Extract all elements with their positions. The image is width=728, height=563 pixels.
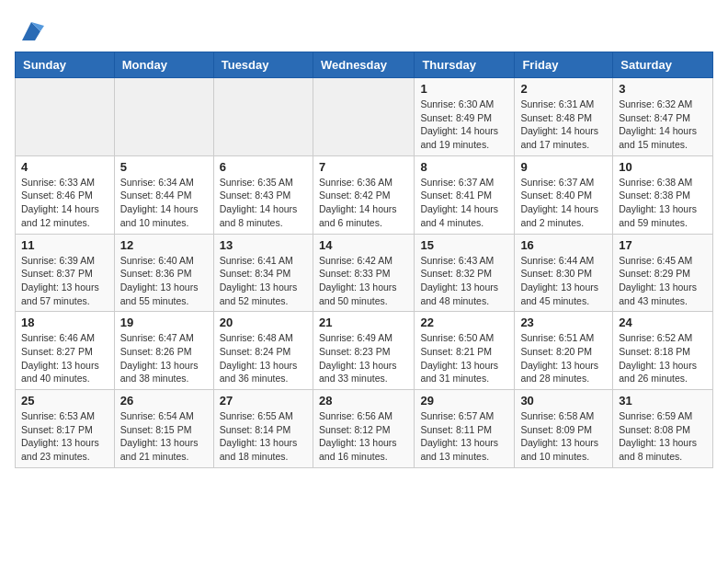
- calendar-cell: 10Sunrise: 6:38 AM Sunset: 8:38 PM Dayli…: [613, 155, 713, 234]
- day-number: 24: [619, 316, 707, 329]
- day-number: 21: [319, 316, 408, 329]
- calendar-cell: 23Sunrise: 6:51 AM Sunset: 8:20 PM Dayli…: [515, 312, 613, 390]
- calendar-cell: 9Sunrise: 6:37 AM Sunset: 8:40 PM Daylig…: [515, 155, 613, 234]
- day-number: 5: [120, 160, 208, 174]
- calendar-cell: 30Sunrise: 6:58 AM Sunset: 8:09 PM Dayli…: [515, 390, 613, 468]
- calendar-cell: 28Sunrise: 6:56 AM Sunset: 8:12 PM Dayli…: [313, 390, 414, 468]
- calendar-cell: 13Sunrise: 6:41 AM Sunset: 8:34 PM Dayli…: [213, 234, 313, 312]
- day-number: 27: [220, 394, 307, 408]
- calendar-week-2: 11Sunrise: 6:39 AM Sunset: 8:37 PM Dayli…: [16, 234, 713, 312]
- day-number: 25: [21, 394, 108, 408]
- day-info: Sunrise: 6:50 AM Sunset: 8:21 PM Dayligh…: [420, 331, 508, 385]
- day-info: Sunrise: 6:37 AM Sunset: 8:41 PM Dayligh…: [420, 176, 508, 230]
- calendar-cell: 20Sunrise: 6:48 AM Sunset: 8:24 PM Dayli…: [213, 312, 313, 390]
- calendar-cell: 15Sunrise: 6:43 AM Sunset: 8:32 PM Dayli…: [415, 234, 515, 312]
- day-number: 7: [319, 160, 408, 174]
- day-info: Sunrise: 6:33 AM Sunset: 8:46 PM Dayligh…: [21, 176, 108, 230]
- calendar-cell: 25Sunrise: 6:53 AM Sunset: 8:17 PM Dayli…: [16, 390, 115, 468]
- calendar-cell: 3Sunrise: 6:32 AM Sunset: 8:47 PM Daylig…: [613, 78, 713, 156]
- calendar-table: SundayMondayTuesdayWednesdayThursdayFrid…: [15, 52, 713, 468]
- day-info: Sunrise: 6:59 AM Sunset: 8:08 PM Dayligh…: [619, 409, 707, 464]
- day-header-tuesday: Tuesday: [213, 52, 313, 78]
- day-number: 8: [420, 160, 508, 174]
- day-header-wednesday: Wednesday: [313, 52, 414, 78]
- day-info: Sunrise: 6:56 AM Sunset: 8:12 PM Dayligh…: [319, 409, 408, 464]
- calendar-cell: 26Sunrise: 6:54 AM Sunset: 8:15 PM Dayli…: [114, 390, 213, 468]
- calendar-cell: 22Sunrise: 6:50 AM Sunset: 8:21 PM Dayli…: [415, 312, 515, 390]
- calendar-cell: 17Sunrise: 6:45 AM Sunset: 8:29 PM Dayli…: [613, 234, 713, 312]
- day-number: 12: [120, 238, 208, 252]
- calendar-cell: 19Sunrise: 6:47 AM Sunset: 8:26 PM Dayli…: [114, 312, 213, 390]
- day-info: Sunrise: 6:47 AM Sunset: 8:26 PM Dayligh…: [120, 331, 208, 385]
- day-info: Sunrise: 6:32 AM Sunset: 8:47 PM Dayligh…: [619, 98, 707, 152]
- day-number: 17: [619, 238, 707, 252]
- calendar-cell: 7Sunrise: 6:36 AM Sunset: 8:42 PM Daylig…: [313, 155, 414, 234]
- calendar-cell: 6Sunrise: 6:35 AM Sunset: 8:43 PM Daylig…: [213, 155, 313, 234]
- calendar-cell: 11Sunrise: 6:39 AM Sunset: 8:37 PM Dayli…: [16, 234, 115, 312]
- day-number: 31: [619, 394, 707, 408]
- day-number: 3: [619, 82, 707, 96]
- calendar-cell: [16, 78, 115, 156]
- calendar-cell: 4Sunrise: 6:33 AM Sunset: 8:46 PM Daylig…: [16, 155, 115, 234]
- day-number: 1: [420, 82, 508, 96]
- day-number: 9: [520, 160, 607, 174]
- day-info: Sunrise: 6:46 AM Sunset: 8:27 PM Dayligh…: [21, 331, 108, 385]
- calendar-cell: 1Sunrise: 6:30 AM Sunset: 8:49 PM Daylig…: [415, 78, 515, 156]
- calendar-cell: 18Sunrise: 6:46 AM Sunset: 8:27 PM Dayli…: [16, 312, 115, 390]
- day-info: Sunrise: 6:58 AM Sunset: 8:09 PM Dayligh…: [520, 409, 607, 464]
- calendar-cell: 5Sunrise: 6:34 AM Sunset: 8:44 PM Daylig…: [114, 155, 213, 234]
- day-info: Sunrise: 6:57 AM Sunset: 8:11 PM Dayligh…: [420, 409, 508, 464]
- day-number: 10: [619, 160, 707, 174]
- calendar-cell: [114, 78, 213, 156]
- day-header-thursday: Thursday: [415, 52, 515, 78]
- day-info: Sunrise: 6:42 AM Sunset: 8:33 PM Dayligh…: [319, 254, 408, 308]
- calendar-cell: 27Sunrise: 6:55 AM Sunset: 8:14 PM Dayli…: [213, 390, 313, 468]
- day-info: Sunrise: 6:44 AM Sunset: 8:30 PM Dayligh…: [520, 254, 607, 308]
- day-header-saturday: Saturday: [613, 52, 713, 78]
- logo-icon: [18, 18, 44, 44]
- day-info: Sunrise: 6:31 AM Sunset: 8:48 PM Dayligh…: [520, 98, 607, 152]
- day-info: Sunrise: 6:52 AM Sunset: 8:18 PM Dayligh…: [619, 331, 707, 385]
- calendar-cell: 8Sunrise: 6:37 AM Sunset: 8:41 PM Daylig…: [415, 155, 515, 234]
- day-info: Sunrise: 6:40 AM Sunset: 8:36 PM Dayligh…: [120, 254, 208, 308]
- day-number: 14: [319, 238, 408, 252]
- day-info: Sunrise: 6:35 AM Sunset: 8:43 PM Dayligh…: [220, 176, 307, 230]
- day-info: Sunrise: 6:39 AM Sunset: 8:37 PM Dayligh…: [21, 254, 108, 308]
- day-header-friday: Friday: [515, 52, 613, 78]
- calendar-cell: 14Sunrise: 6:42 AM Sunset: 8:33 PM Dayli…: [313, 234, 414, 312]
- day-header-monday: Monday: [114, 52, 213, 78]
- calendar-cell: 2Sunrise: 6:31 AM Sunset: 8:48 PM Daylig…: [515, 78, 613, 156]
- calendar-week-1: 4Sunrise: 6:33 AM Sunset: 8:46 PM Daylig…: [16, 155, 713, 234]
- day-info: Sunrise: 6:36 AM Sunset: 8:42 PM Dayligh…: [319, 176, 408, 230]
- day-info: Sunrise: 6:43 AM Sunset: 8:32 PM Dayligh…: [420, 254, 508, 308]
- day-number: 11: [21, 238, 108, 252]
- day-number: 16: [520, 238, 607, 252]
- day-number: 4: [21, 160, 108, 174]
- logo: [15, 18, 44, 44]
- day-info: Sunrise: 6:30 AM Sunset: 8:49 PM Dayligh…: [420, 98, 508, 152]
- calendar-cell: 31Sunrise: 6:59 AM Sunset: 8:08 PM Dayli…: [613, 390, 713, 468]
- day-number: 15: [420, 238, 508, 252]
- day-info: Sunrise: 6:55 AM Sunset: 8:14 PM Dayligh…: [220, 409, 307, 464]
- day-number: 28: [319, 394, 408, 408]
- day-info: Sunrise: 6:37 AM Sunset: 8:40 PM Dayligh…: [520, 176, 607, 230]
- day-info: Sunrise: 6:54 AM Sunset: 8:15 PM Dayligh…: [120, 409, 208, 464]
- calendar-week-3: 18Sunrise: 6:46 AM Sunset: 8:27 PM Dayli…: [16, 312, 713, 390]
- day-info: Sunrise: 6:51 AM Sunset: 8:20 PM Dayligh…: [520, 331, 607, 385]
- day-info: Sunrise: 6:45 AM Sunset: 8:29 PM Dayligh…: [619, 254, 707, 308]
- day-number: 26: [120, 394, 208, 408]
- header: [15, 15, 713, 44]
- calendar-cell: 16Sunrise: 6:44 AM Sunset: 8:30 PM Dayli…: [515, 234, 613, 312]
- calendar-cell: 21Sunrise: 6:49 AM Sunset: 8:23 PM Dayli…: [313, 312, 414, 390]
- calendar-cell: 12Sunrise: 6:40 AM Sunset: 8:36 PM Dayli…: [114, 234, 213, 312]
- day-number: 20: [220, 316, 307, 329]
- day-info: Sunrise: 6:41 AM Sunset: 8:34 PM Dayligh…: [220, 254, 307, 308]
- day-number: 23: [520, 316, 607, 329]
- day-number: 19: [120, 316, 208, 329]
- calendar-header-row: SundayMondayTuesdayWednesdayThursdayFrid…: [16, 52, 713, 78]
- day-info: Sunrise: 6:38 AM Sunset: 8:38 PM Dayligh…: [619, 176, 707, 230]
- calendar-cell: 24Sunrise: 6:52 AM Sunset: 8:18 PM Dayli…: [613, 312, 713, 390]
- day-number: 13: [220, 238, 307, 252]
- day-number: 29: [420, 394, 508, 408]
- day-header-sunday: Sunday: [16, 52, 115, 78]
